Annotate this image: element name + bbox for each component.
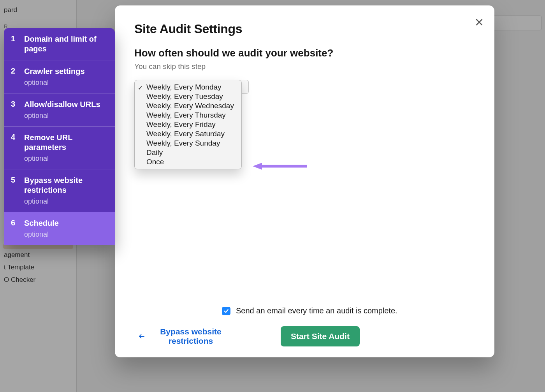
arrow-left-icon xyxy=(137,333,146,340)
close-icon xyxy=(475,18,484,27)
svg-marker-5 xyxy=(253,163,262,170)
wizard-step-number: 1 xyxy=(11,34,17,54)
schedule-option-label: Weekly, Every Sunday xyxy=(146,139,220,147)
wizard-step[interactable]: 4Remove URL parametersoptional xyxy=(4,126,115,169)
wizard-step-title: Bypass website restrictions xyxy=(24,176,108,195)
back-button[interactable]: Bypass website restrictions xyxy=(137,327,228,346)
schedule-option[interactable]: ✓Weekly, Every Monday xyxy=(135,83,241,92)
wizard-step-number: 6 xyxy=(11,218,17,239)
site-audit-settings-modal: Site Audit Settings How often should we … xyxy=(115,5,494,357)
schedule-select-popup[interactable]: ✓Weekly, Every MondayWeekly, Every Tuesd… xyxy=(134,80,242,169)
wizard-step-number: 3 xyxy=(11,100,17,120)
wizard-step-optional-label: optional xyxy=(24,197,108,206)
wizard-stepper: 1Domain and limit of pages2Crawler setti… xyxy=(4,28,115,245)
schedule-option[interactable]: Weekly, Every Wednesday xyxy=(135,101,241,111)
wizard-step-optional-label: optional xyxy=(24,112,108,120)
check-icon: ✓ xyxy=(138,84,143,91)
wizard-step-title: Allow/disallow URLs xyxy=(24,100,108,109)
wizard-step[interactable]: 3Allow/disallow URLsoptional xyxy=(4,93,115,126)
wizard-step-optional-label: optional xyxy=(24,230,108,239)
check-icon xyxy=(223,308,229,314)
schedule-option-label: Daily xyxy=(146,148,163,156)
wizard-step[interactable]: 5Bypass website restrictionsoptional xyxy=(4,169,115,212)
schedule-option[interactable]: Weekly, Every Saturday xyxy=(135,129,241,139)
email-notify-label: Send an email every time an audit is com… xyxy=(236,306,397,315)
wizard-step-optional-label: optional xyxy=(24,155,108,163)
wizard-step-number: 5 xyxy=(11,176,17,206)
modal-hint: You can skip this step xyxy=(134,62,475,71)
schedule-option[interactable]: Weekly, Every Sunday xyxy=(135,139,241,148)
schedule-option-label: Weekly, Every Monday xyxy=(146,83,222,91)
schedule-option[interactable]: Daily xyxy=(135,148,241,157)
modal-title: Site Audit Settings xyxy=(134,22,475,36)
schedule-option[interactable]: Once xyxy=(135,157,241,167)
schedule-option[interactable]: Weekly, Every Thursday xyxy=(135,111,241,120)
wizard-step-optional-label: optional xyxy=(24,79,108,87)
wizard-step-title: Crawler settings xyxy=(24,67,108,76)
back-button-label: Bypass website restrictions xyxy=(154,327,228,346)
wizard-step-title: Schedule xyxy=(24,218,108,228)
schedule-option[interactable]: Weekly, Every Tuesday xyxy=(135,92,241,101)
close-button[interactable] xyxy=(473,16,486,29)
schedule-option-label: Once xyxy=(146,158,164,166)
email-notify-checkbox[interactable] xyxy=(222,307,230,315)
wizard-step-title: Domain and limit of pages xyxy=(24,34,108,54)
schedule-option[interactable]: Weekly, Every Friday xyxy=(135,120,241,129)
callout-arrow-icon xyxy=(253,163,307,169)
modal-subtitle: How often should we audit your website? xyxy=(134,47,475,59)
schedule-option-label: Weekly, Every Saturday xyxy=(146,130,225,138)
wizard-step-number: 2 xyxy=(11,67,17,87)
schedule-option-label: Weekly, Every Friday xyxy=(146,120,216,128)
schedule-option-label: Weekly, Every Tuesday xyxy=(146,92,223,100)
wizard-step-number: 4 xyxy=(11,133,17,163)
start-site-audit-button[interactable]: Start Site Audit xyxy=(281,326,360,346)
wizard-step-title: Remove URL parameters xyxy=(24,133,108,152)
schedule-option-label: Weekly, Every Thursday xyxy=(146,111,226,119)
wizard-step[interactable]: 1Domain and limit of pages xyxy=(4,28,115,60)
schedule-option-label: Weekly, Every Wednesday xyxy=(146,102,234,110)
wizard-step[interactable]: 6Scheduleoptional xyxy=(4,212,115,245)
wizard-step[interactable]: 2Crawler settingsoptional xyxy=(4,60,115,93)
